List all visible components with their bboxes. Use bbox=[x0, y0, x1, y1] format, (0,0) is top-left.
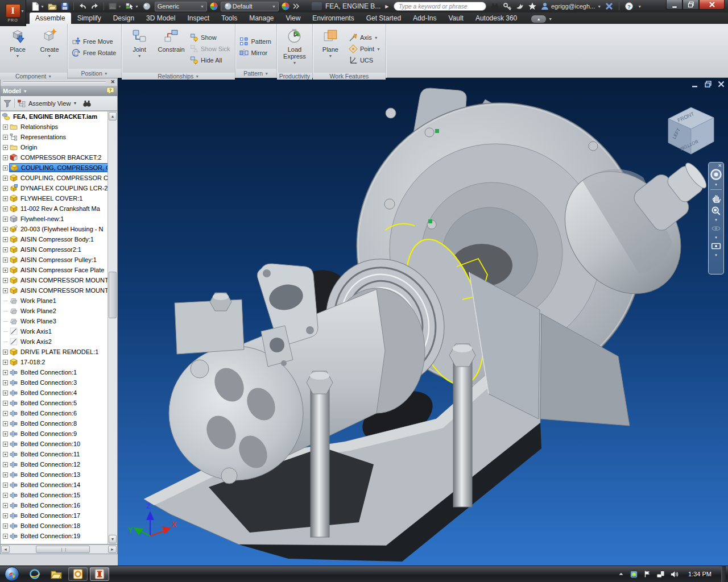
tree-expander[interactable]: + bbox=[2, 186, 9, 191]
load-express-button[interactable]: Load Express▼ bbox=[279, 25, 310, 73]
ribbon-minimize-button[interactable]: ▲ bbox=[531, 15, 546, 23]
tree-node[interactable]: +AISIN Compressor Body:1 bbox=[1, 234, 107, 244]
tree-expander[interactable]: + bbox=[2, 421, 9, 426]
panel-title[interactable]: Productivity bbox=[277, 73, 312, 80]
tree-node[interactable]: +FLYWHEEL COVER:1 bbox=[1, 193, 107, 203]
tree-node[interactable]: +AISIN COMPRESSOR MOUNT bbox=[1, 285, 107, 296]
taskbar-windows-explorer[interactable] bbox=[47, 567, 66, 581]
tree-expander[interactable]: + bbox=[2, 227, 9, 232]
taskbar-inventor[interactable] bbox=[90, 567, 109, 581]
tab-manage[interactable]: Manage bbox=[243, 13, 279, 24]
application-menu-button[interactable]: I PRO ▼ bbox=[0, 0, 26, 26]
search-binoculars-icon[interactable] bbox=[490, 2, 499, 11]
tree-node[interactable]: +AISIN COMPRESSOR MOUNT bbox=[1, 275, 107, 285]
chevron-down-icon[interactable]: ▼ bbox=[714, 236, 718, 239]
document-restore-button[interactable] bbox=[703, 80, 713, 88]
visual-style-dropdown[interactable]: Generic▼ bbox=[155, 2, 207, 11]
tree-node[interactable]: +Bolted Connection:10 bbox=[1, 439, 107, 449]
tree-node[interactable]: +Bolted Connection:18 bbox=[1, 521, 107, 531]
tree-node[interactable]: +Bolted Connection:19 bbox=[1, 531, 107, 541]
tree-node[interactable]: +17-018:2 bbox=[1, 357, 107, 367]
tab-tools[interactable]: Tools bbox=[216, 13, 243, 24]
plane-button[interactable]: Plane▼ bbox=[315, 25, 346, 73]
tree-node[interactable]: Work Plane1 bbox=[1, 296, 107, 306]
tree-node[interactable]: +Bolted Connection:9 bbox=[1, 429, 107, 439]
undo-button[interactable] bbox=[77, 1, 88, 11]
horizontal-scrollbar[interactable]: ◄ ► bbox=[1, 544, 117, 554]
viewport-3d[interactable]: Z Y X FRONT LEFT BOTTOM ✕▼ bbox=[118, 78, 728, 566]
hide-all-button[interactable]: Hide All bbox=[188, 55, 233, 66]
tree-node[interactable]: +DRIVE PLATE REMODEL:1 bbox=[1, 347, 107, 357]
color-override-icon[interactable] bbox=[209, 2, 218, 11]
ucs-button[interactable]: UCS bbox=[347, 55, 383, 66]
show-desktop-button[interactable] bbox=[721, 566, 726, 582]
free-move-button[interactable]: Free Move bbox=[70, 36, 119, 47]
tree-node[interactable]: +Bolted Connection:15 bbox=[1, 490, 107, 500]
document-close-button[interactable] bbox=[716, 80, 726, 88]
tree-node[interactable]: +Bolted Connection:4 bbox=[1, 388, 107, 398]
mirror-button[interactable]: Mirror bbox=[238, 47, 274, 58]
tab-assemble[interactable]: Assemble bbox=[30, 13, 71, 24]
tree-expander[interactable]: + bbox=[2, 462, 9, 467]
open-file-button[interactable] bbox=[47, 1, 58, 11]
free-rotate-button[interactable]: Free Rotate bbox=[70, 47, 119, 58]
tree-node[interactable]: +COMPRESSOR BRACKET:2 bbox=[1, 152, 107, 163]
tree-expander[interactable]: + bbox=[2, 155, 9, 160]
taskbar-outlook[interactable] bbox=[68, 567, 88, 581]
chevron-down-icon[interactable]: ▼ bbox=[548, 17, 552, 21]
clock[interactable]: 1:34 PM bbox=[684, 571, 716, 577]
tree-expander[interactable]: + bbox=[2, 206, 9, 211]
tree-expander[interactable]: + bbox=[2, 503, 9, 508]
steering-wheel-button[interactable] bbox=[710, 168, 722, 182]
tree-expander[interactable]: + bbox=[2, 513, 9, 518]
tree-root[interactable]: FEA, ENGINE BRACKET.iam bbox=[1, 111, 107, 122]
tree-node[interactable]: +AISIN Compressor Face Plate bbox=[1, 265, 107, 275]
tree-expander[interactable]: + bbox=[2, 483, 9, 488]
tree-node[interactable]: +20-003 (Flywheel Housing - N bbox=[1, 224, 107, 234]
panel-title[interactable]: Pattern▼ bbox=[235, 69, 276, 78]
tree-expander[interactable]: + bbox=[2, 237, 9, 242]
tree-expander[interactable]: + bbox=[2, 360, 9, 365]
show-button[interactable]: Show bbox=[188, 32, 233, 43]
tree-node[interactable]: +Flywheel-new:1 bbox=[1, 214, 107, 224]
tab-get-started[interactable]: Get Started bbox=[361, 13, 407, 24]
tree-expander[interactable]: + bbox=[2, 268, 9, 273]
tree-expander[interactable]: + bbox=[2, 247, 9, 252]
tree-expander[interactable]: + bbox=[2, 411, 9, 416]
tree-node[interactable]: +Bolted Connection:17 bbox=[1, 510, 107, 521]
look-at-button[interactable] bbox=[711, 241, 721, 252]
action-center-flag-icon[interactable] bbox=[643, 570, 651, 578]
select-priority-button[interactable]: ▼ bbox=[124, 1, 140, 11]
tree-node[interactable]: +Bolted Connection:16 bbox=[1, 500, 107, 510]
tree-expander[interactable]: + bbox=[2, 493, 9, 498]
tree-node[interactable]: +DYNAFLEX COUPLING LCR-2 bbox=[1, 183, 107, 193]
signin-user[interactable]: egrigg@icegh...▼ bbox=[540, 2, 601, 11]
browser-header[interactable]: Model ▼ ? bbox=[1, 86, 117, 96]
tree-node[interactable]: +Bolted Connection:5 bbox=[1, 398, 107, 408]
scrollbar-thumb[interactable] bbox=[109, 272, 117, 318]
minimize-button[interactable] bbox=[666, 0, 682, 10]
qat-overflow-icon[interactable] bbox=[291, 2, 300, 11]
tree-node[interactable]: +COUPLING, COMPRESSOR, C bbox=[1, 163, 107, 173]
panel-title[interactable]: Position▼ bbox=[68, 69, 121, 78]
place-button[interactable]: Place▼ bbox=[2, 25, 33, 73]
help-icon[interactable]: ? bbox=[624, 2, 634, 11]
scroll-up-icon[interactable]: ▲ bbox=[109, 112, 117, 120]
tree-expander[interactable]: + bbox=[2, 176, 9, 181]
taskbar-internet-explorer[interactable] bbox=[25, 567, 44, 581]
favorites-star-icon[interactable] bbox=[528, 2, 537, 11]
material-browser-button[interactable] bbox=[141, 1, 152, 11]
tree-node[interactable]: +Bolted Connection:11 bbox=[1, 449, 107, 459]
panel-title[interactable]: Work Features bbox=[313, 73, 386, 80]
tree-expander[interactable]: + bbox=[2, 278, 9, 283]
tree-expander[interactable]: + bbox=[2, 380, 9, 385]
tab-environments[interactable]: Environments bbox=[307, 13, 359, 24]
tree-expander[interactable]: + bbox=[2, 442, 9, 447]
exchange-apps-icon[interactable] bbox=[605, 2, 614, 11]
panel-title[interactable]: Component▼ bbox=[0, 73, 67, 80]
tab-simplify[interactable]: Simplify bbox=[72, 13, 107, 24]
scroll-left-icon[interactable]: ◄ bbox=[1, 546, 10, 553]
appearance-dropdown[interactable]: Default▼ bbox=[221, 2, 279, 11]
tree-expander[interactable]: + bbox=[2, 145, 9, 150]
browser-help-icon[interactable]: ? bbox=[106, 86, 115, 95]
